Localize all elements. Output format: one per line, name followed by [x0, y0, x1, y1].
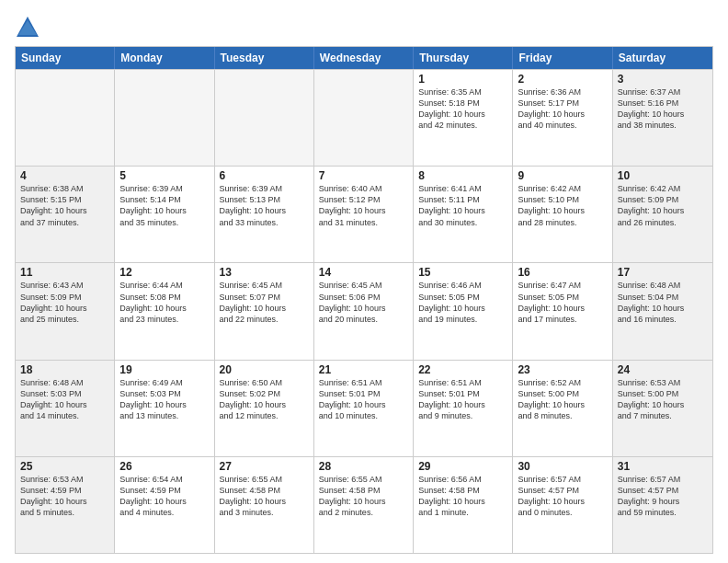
day-info: Sunrise: 6:48 AM Sunset: 5:04 PM Dayligh…	[618, 280, 708, 325]
day-number: 3	[618, 73, 708, 86]
day-info: Sunrise: 6:51 AM Sunset: 5:01 PM Dayligh…	[418, 377, 507, 422]
day-info: Sunrise: 6:35 AM Sunset: 5:18 PM Dayligh…	[418, 86, 507, 132]
day-info: Sunrise: 6:47 AM Sunset: 5:05 PM Dayligh…	[518, 280, 607, 325]
day-number: 26	[119, 460, 209, 473]
day-number: 29	[418, 460, 507, 473]
day-number: 19	[119, 363, 209, 376]
day-cell-17: 17Sunrise: 6:48 AM Sunset: 5:04 PM Dayli…	[613, 263, 712, 359]
day-cell-26: 26Sunrise: 6:54 AM Sunset: 4:59 PM Dayli…	[115, 457, 214, 553]
day-number: 4	[20, 169, 109, 182]
day-info: Sunrise: 6:45 AM Sunset: 5:06 PM Dayligh…	[319, 280, 408, 325]
day-cell-16: 16Sunrise: 6:47 AM Sunset: 5:05 PM Dayli…	[513, 263, 612, 359]
day-cell-24: 24Sunrise: 6:53 AM Sunset: 5:00 PM Dayli…	[613, 361, 712, 456]
day-info: Sunrise: 6:40 AM Sunset: 5:12 PM Dayligh…	[319, 183, 408, 228]
day-cell-7: 7Sunrise: 6:40 AM Sunset: 5:12 PM Daylig…	[314, 167, 414, 262]
header-cell-monday: Monday	[115, 47, 214, 69]
day-cell-21: 21Sunrise: 6:51 AM Sunset: 5:01 PM Dayli…	[314, 361, 414, 456]
day-cell-30: 30Sunrise: 6:57 AM Sunset: 4:57 PM Dayli…	[513, 457, 612, 553]
day-cell-11: 11Sunrise: 6:43 AM Sunset: 5:09 PM Dayli…	[16, 263, 115, 359]
header-cell-friday: Friday	[513, 47, 612, 69]
day-number: 16	[518, 266, 607, 279]
day-info: Sunrise: 6:41 AM Sunset: 5:11 PM Dayligh…	[418, 183, 507, 228]
day-number: 18	[20, 363, 109, 376]
day-number: 28	[319, 460, 408, 473]
logo-icon	[15, 15, 40, 40]
day-info: Sunrise: 6:53 AM Sunset: 4:59 PM Dayligh…	[20, 474, 109, 519]
day-number: 14	[319, 266, 408, 279]
day-cell-22: 22Sunrise: 6:51 AM Sunset: 5:01 PM Dayli…	[414, 361, 513, 456]
day-number: 25	[20, 460, 109, 473]
day-number: 13	[220, 266, 309, 279]
day-number: 30	[518, 460, 607, 473]
header-cell-sunday: Sunday	[16, 47, 115, 69]
day-number: 31	[618, 460, 708, 473]
day-cell-31: 31Sunrise: 6:57 AM Sunset: 4:57 PM Dayli…	[613, 457, 712, 553]
day-cell-25: 25Sunrise: 6:53 AM Sunset: 4:59 PM Dayli…	[16, 457, 115, 553]
header	[15, 11, 713, 40]
day-number: 20	[220, 363, 309, 376]
day-info: Sunrise: 6:42 AM Sunset: 5:09 PM Dayligh…	[618, 183, 708, 228]
day-number: 5	[119, 169, 209, 182]
header-cell-saturday: Saturday	[613, 47, 712, 69]
day-cell-5: 5Sunrise: 6:39 AM Sunset: 5:14 PM Daylig…	[115, 167, 214, 262]
day-info: Sunrise: 6:39 AM Sunset: 5:13 PM Dayligh…	[220, 183, 309, 228]
day-cell-1: 1Sunrise: 6:35 AM Sunset: 5:18 PM Daylig…	[414, 70, 513, 166]
day-info: Sunrise: 6:55 AM Sunset: 4:58 PM Dayligh…	[319, 474, 408, 519]
week-row-5: 25Sunrise: 6:53 AM Sunset: 4:59 PM Dayli…	[16, 456, 712, 553]
header-cell-wednesday: Wednesday	[314, 47, 414, 69]
header-cell-thursday: Thursday	[414, 47, 513, 69]
logo	[15, 15, 42, 40]
day-info: Sunrise: 6:57 AM Sunset: 4:57 PM Dayligh…	[618, 474, 708, 519]
week-row-3: 11Sunrise: 6:43 AM Sunset: 5:09 PM Dayli…	[16, 262, 712, 359]
day-info: Sunrise: 6:42 AM Sunset: 5:10 PM Dayligh…	[518, 183, 607, 228]
day-info: Sunrise: 6:57 AM Sunset: 4:57 PM Dayligh…	[518, 474, 607, 519]
day-number: 17	[618, 266, 708, 279]
day-info: Sunrise: 6:49 AM Sunset: 5:03 PM Dayligh…	[119, 377, 209, 422]
day-number: 10	[618, 169, 708, 182]
empty-cell	[215, 70, 314, 166]
day-info: Sunrise: 6:55 AM Sunset: 4:58 PM Dayligh…	[220, 474, 309, 519]
calendar: SundayMondayTuesdayWednesdayThursdayFrid…	[15, 46, 713, 554]
day-cell-12: 12Sunrise: 6:44 AM Sunset: 5:08 PM Dayli…	[115, 263, 214, 359]
day-cell-6: 6Sunrise: 6:39 AM Sunset: 5:13 PM Daylig…	[215, 167, 314, 262]
header-cell-tuesday: Tuesday	[215, 47, 314, 69]
day-info: Sunrise: 6:53 AM Sunset: 5:00 PM Dayligh…	[618, 377, 708, 422]
day-number: 6	[220, 169, 309, 182]
calendar-body: 1Sunrise: 6:35 AM Sunset: 5:18 PM Daylig…	[16, 69, 712, 553]
day-cell-14: 14Sunrise: 6:45 AM Sunset: 5:06 PM Dayli…	[314, 263, 414, 359]
day-cell-10: 10Sunrise: 6:42 AM Sunset: 5:09 PM Dayli…	[613, 167, 712, 262]
week-row-4: 18Sunrise: 6:48 AM Sunset: 5:03 PM Dayli…	[16, 360, 712, 456]
day-info: Sunrise: 6:45 AM Sunset: 5:07 PM Dayligh…	[220, 280, 309, 325]
day-info: Sunrise: 6:54 AM Sunset: 4:59 PM Dayligh…	[119, 474, 209, 519]
week-row-2: 4Sunrise: 6:38 AM Sunset: 5:15 PM Daylig…	[16, 166, 712, 262]
day-number: 23	[518, 363, 607, 376]
svg-marker-1	[18, 20, 37, 35]
empty-cell	[16, 70, 115, 166]
day-info: Sunrise: 6:36 AM Sunset: 5:17 PM Dayligh…	[518, 86, 607, 132]
day-cell-3: 3Sunrise: 6:37 AM Sunset: 5:16 PM Daylig…	[613, 70, 712, 166]
day-number: 8	[418, 169, 507, 182]
week-row-1: 1Sunrise: 6:35 AM Sunset: 5:18 PM Daylig…	[16, 69, 712, 166]
day-info: Sunrise: 6:43 AM Sunset: 5:09 PM Dayligh…	[20, 280, 109, 325]
day-cell-29: 29Sunrise: 6:56 AM Sunset: 4:58 PM Dayli…	[414, 457, 513, 553]
day-number: 12	[119, 266, 209, 279]
day-number: 24	[618, 363, 708, 376]
day-info: Sunrise: 6:51 AM Sunset: 5:01 PM Dayligh…	[319, 377, 408, 422]
day-info: Sunrise: 6:39 AM Sunset: 5:14 PM Dayligh…	[119, 183, 209, 228]
day-info: Sunrise: 6:50 AM Sunset: 5:02 PM Dayligh…	[220, 377, 309, 422]
day-number: 2	[518, 73, 607, 86]
day-number: 15	[418, 266, 507, 279]
day-cell-13: 13Sunrise: 6:45 AM Sunset: 5:07 PM Dayli…	[215, 263, 314, 359]
day-number: 22	[418, 363, 507, 376]
day-cell-9: 9Sunrise: 6:42 AM Sunset: 5:10 PM Daylig…	[513, 167, 612, 262]
day-cell-27: 27Sunrise: 6:55 AM Sunset: 4:58 PM Dayli…	[215, 457, 314, 553]
day-cell-2: 2Sunrise: 6:36 AM Sunset: 5:17 PM Daylig…	[513, 70, 612, 166]
day-number: 1	[418, 73, 507, 86]
day-number: 27	[220, 460, 309, 473]
day-info: Sunrise: 6:52 AM Sunset: 5:00 PM Dayligh…	[518, 377, 607, 422]
day-cell-20: 20Sunrise: 6:50 AM Sunset: 5:02 PM Dayli…	[215, 361, 314, 456]
day-info: Sunrise: 6:37 AM Sunset: 5:16 PM Dayligh…	[618, 86, 708, 132]
calendar-header-row: SundayMondayTuesdayWednesdayThursdayFrid…	[16, 47, 712, 69]
day-number: 7	[319, 169, 408, 182]
day-number: 11	[20, 266, 109, 279]
